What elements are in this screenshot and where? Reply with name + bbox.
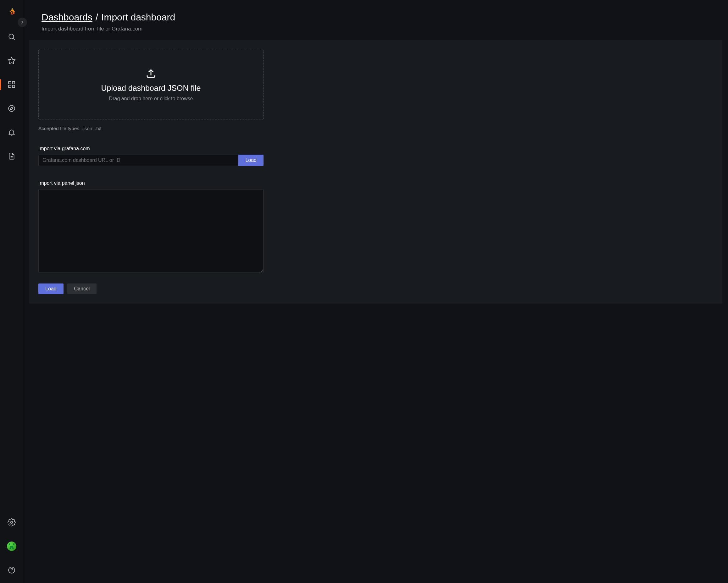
svg-point-11 (10, 521, 12, 524)
sidebar (0, 0, 23, 583)
bell-icon (7, 128, 16, 136)
expand-sidebar-button[interactable] (18, 18, 27, 27)
nav-alerting[interactable] (4, 125, 19, 140)
svg-point-7 (8, 105, 15, 112)
nav-admin[interactable] (4, 515, 19, 530)
nav-connections[interactable] (4, 149, 19, 163)
nav-profile[interactable] (4, 539, 19, 553)
nav-dashboards[interactable] (4, 77, 19, 92)
accepted-file-types: Accepted file types: .json, .txt (38, 126, 263, 131)
gear-icon (7, 518, 16, 526)
svg-rect-3 (8, 81, 11, 84)
search-icon (7, 33, 16, 41)
main-content: Dashboards / Import dashboard Import das… (23, 0, 728, 583)
grafana-load-button[interactable]: Load (238, 155, 263, 166)
avatar (7, 542, 16, 551)
dropzone-hint: Drag and drop here or click to browse (109, 96, 193, 102)
breadcrumb-separator: / (96, 12, 98, 23)
svg-rect-15 (9, 548, 11, 549)
upload-icon (145, 68, 157, 80)
nav-search[interactable] (4, 30, 19, 44)
breadcrumb: Dashboards / Import dashboard (42, 12, 710, 23)
dashboards-icon (7, 80, 16, 89)
nav-explore[interactable] (4, 101, 19, 116)
nav-help[interactable] (4, 563, 19, 577)
svg-rect-12 (9, 544, 10, 545)
grafana-import-label: Import via grafana.com (38, 146, 263, 151)
upload-dropzone[interactable]: Upload dashboard JSON file Drag and drop… (38, 50, 263, 119)
avatar-icon (7, 542, 16, 550)
page-header: Dashboards / Import dashboard Import das… (23, 0, 728, 40)
svg-marker-2 (8, 57, 15, 64)
json-import-textarea[interactable] (38, 189, 263, 273)
cancel-button[interactable]: Cancel (67, 283, 97, 294)
breadcrumb-current: Import dashboard (101, 12, 175, 23)
grafana-logo[interactable] (4, 6, 19, 20)
svg-marker-8 (10, 107, 13, 110)
breadcrumb-parent-link[interactable]: Dashboards (42, 12, 93, 23)
star-icon (7, 57, 16, 65)
svg-rect-13 (13, 544, 14, 545)
grafana-logo-icon (6, 7, 17, 18)
svg-rect-16 (12, 548, 14, 549)
svg-rect-5 (8, 85, 11, 88)
svg-point-0 (9, 34, 14, 39)
import-panel: Upload dashboard JSON file Drag and drop… (29, 40, 722, 304)
document-icon (7, 152, 16, 160)
grafana-url-input[interactable] (38, 155, 238, 166)
dropzone-title: Upload dashboard JSON file (101, 84, 201, 93)
nav-starred[interactable] (4, 53, 19, 68)
svg-line-1 (13, 38, 15, 40)
compass-icon (7, 104, 16, 112)
load-button[interactable]: Load (38, 283, 63, 294)
svg-rect-6 (12, 85, 15, 88)
svg-rect-14 (10, 546, 13, 548)
svg-rect-4 (12, 81, 15, 84)
help-icon (7, 566, 16, 574)
page-subtitle: Import dashboard from file or Grafana.co… (42, 26, 710, 32)
json-import-label: Import via panel json (38, 181, 263, 186)
